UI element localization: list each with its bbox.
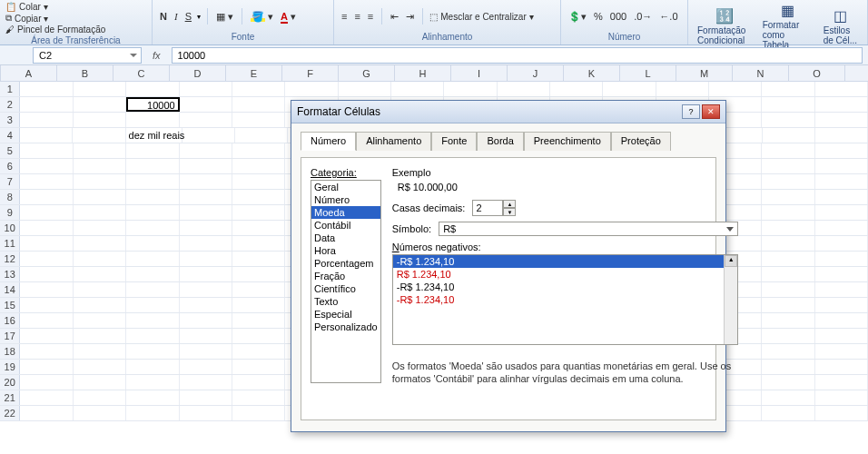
- indent-dec-button[interactable]: ⇤: [389, 10, 400, 24]
- cell[interactable]: [126, 174, 179, 189]
- category-item[interactable]: Geral: [311, 181, 380, 193]
- cell[interactable]: [74, 329, 126, 343]
- row-header[interactable]: 1: [0, 82, 20, 96]
- cell[interactable]: [74, 252, 126, 266]
- column-header[interactable]: N: [733, 65, 789, 81]
- dec-decimal-button[interactable]: ←.0: [657, 10, 679, 23]
- cell[interactable]: [762, 406, 814, 420]
- cell[interactable]: [20, 313, 73, 328]
- dialog-titlebar[interactable]: Formatar Células ? ✕: [291, 101, 725, 123]
- cell[interactable]: [232, 390, 285, 405]
- cell[interactable]: [180, 375, 232, 390]
- cell[interactable]: [232, 159, 285, 173]
- dialog-tab[interactable]: Borda: [477, 132, 523, 151]
- cell[interactable]: [20, 329, 73, 343]
- cell[interactable]: [339, 82, 391, 96]
- column-header[interactable]: H: [395, 65, 451, 81]
- cell[interactable]: [126, 360, 179, 374]
- cell[interactable]: [180, 267, 232, 281]
- dialog-tab[interactable]: Fonte: [431, 132, 477, 151]
- row-header[interactable]: 14: [0, 282, 20, 297]
- cell[interactable]: [74, 159, 126, 173]
- cell[interactable]: [235, 128, 288, 143]
- formula-input[interactable]: 10000: [172, 47, 863, 64]
- negative-format-item[interactable]: -R$ 1.234,10: [393, 281, 737, 293]
- column-header[interactable]: J: [508, 65, 564, 81]
- cell[interactable]: [232, 282, 285, 297]
- cell[interactable]: [762, 97, 814, 112]
- row-header[interactable]: 8: [0, 190, 20, 204]
- cell[interactable]: [20, 298, 73, 312]
- currency-button[interactable]: 💲▾: [567, 10, 588, 24]
- cell[interactable]: [74, 313, 126, 328]
- row-header[interactable]: 20: [0, 375, 20, 390]
- cell[interactable]: [126, 113, 179, 127]
- row-header[interactable]: 11: [0, 236, 20, 251]
- cell[interactable]: [815, 82, 868, 96]
- cell[interactable]: [762, 82, 814, 96]
- column-header[interactable]: C: [113, 65, 170, 81]
- italic-button[interactable]: I: [173, 10, 180, 23]
- cell[interactable]: [180, 252, 232, 266]
- category-item[interactable]: Personalizado: [311, 321, 380, 333]
- cell[interactable]: [126, 143, 179, 158]
- cell[interactable]: [74, 406, 126, 420]
- inc-decimal-button[interactable]: .0→: [632, 10, 654, 23]
- category-item[interactable]: Científico: [311, 282, 380, 295]
- cell[interactable]: [762, 143, 814, 158]
- border-button[interactable]: ▦ ▾: [214, 10, 235, 24]
- row-header[interactable]: 22: [0, 406, 20, 420]
- cell[interactable]: [815, 360, 868, 374]
- row-header[interactable]: 3: [0, 113, 20, 127]
- category-item[interactable]: Moeda: [311, 206, 380, 219]
- cell[interactable]: [20, 252, 73, 266]
- cell[interactable]: [20, 344, 73, 359]
- align-center-button[interactable]: ≡: [352, 10, 361, 23]
- cell[interactable]: [232, 252, 285, 266]
- cell[interactable]: [815, 298, 868, 312]
- cell[interactable]: [232, 406, 285, 420]
- column-header[interactable]: G: [339, 65, 395, 81]
- cell[interactable]: [762, 390, 814, 405]
- column-header[interactable]: L: [620, 65, 676, 81]
- cell[interactable]: [20, 406, 73, 420]
- cell[interactable]: [232, 205, 285, 220]
- cell[interactable]: [180, 344, 232, 359]
- category-item[interactable]: Texto: [311, 295, 380, 308]
- cell[interactable]: [815, 113, 868, 127]
- cell[interactable]: [815, 375, 868, 390]
- negative-format-item[interactable]: -R$ 1.234,10: [393, 255, 737, 268]
- align-left-button[interactable]: ≡: [340, 10, 349, 23]
- cell[interactable]: 10000: [126, 97, 180, 112]
- cell[interactable]: [815, 390, 868, 405]
- cell[interactable]: [20, 390, 73, 405]
- cell[interactable]: [815, 143, 868, 158]
- dialog-close-button[interactable]: ✕: [702, 104, 720, 119]
- column-header[interactable]: B: [57, 65, 113, 81]
- cell[interactable]: [815, 344, 868, 359]
- row-header[interactable]: 16: [0, 313, 20, 328]
- cell-styles-button[interactable]: ◫ Estilos de Cél...: [820, 7, 862, 45]
- cell[interactable]: [126, 252, 179, 266]
- fill-color-button[interactable]: 🪣 ▾: [249, 10, 275, 24]
- percent-button[interactable]: %: [592, 10, 605, 23]
- cell[interactable]: [74, 82, 126, 96]
- cell[interactable]: [180, 282, 232, 297]
- cell[interactable]: [815, 406, 868, 420]
- cell[interactable]: [762, 313, 814, 328]
- cell[interactable]: [180, 298, 232, 312]
- dialog-tab[interactable]: Número: [301, 132, 356, 151]
- column-header[interactable]: K: [564, 65, 620, 81]
- cell[interactable]: [815, 236, 868, 251]
- cell[interactable]: [73, 128, 125, 143]
- row-header[interactable]: 2: [0, 97, 20, 112]
- cell[interactable]: [74, 267, 126, 281]
- column-header[interactable]: E: [226, 65, 282, 81]
- column-header[interactable]: O: [789, 65, 845, 81]
- cell[interactable]: [74, 344, 126, 359]
- cell[interactable]: [285, 82, 338, 96]
- cell[interactable]: [444, 82, 497, 96]
- cell[interactable]: [815, 329, 868, 343]
- negatives-scrollbar[interactable]: ▲: [724, 255, 737, 344]
- row-header[interactable]: 21: [0, 390, 20, 405]
